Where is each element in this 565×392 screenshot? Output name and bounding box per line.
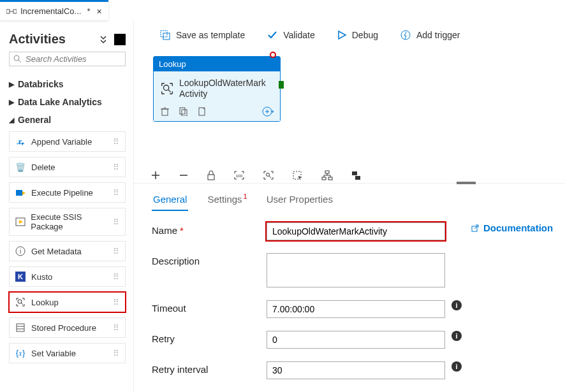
svg-line-14 bbox=[21, 303, 23, 305]
collapse-icon[interactable] bbox=[99, 35, 108, 44]
tree-data-lake-analytics[interactable]: ▶ Data Lake Analytics bbox=[9, 93, 126, 111]
zoom-in-icon[interactable] bbox=[150, 170, 161, 180]
info-icon[interactable]: i bbox=[451, 300, 462, 310]
activity-execute-pipeline[interactable]: Execute Pipeline ⠿ bbox=[9, 182, 126, 203]
retry-interval-input[interactable] bbox=[267, 361, 445, 379]
activity-get-metadata[interactable]: iGet Metadata ⠿ bbox=[9, 241, 126, 261]
tree-label: General bbox=[18, 115, 51, 125]
zoom-out-icon[interactable] bbox=[179, 170, 189, 180]
tab-user-properties[interactable]: User Properties bbox=[265, 190, 334, 211]
tab-general[interactable]: General bbox=[152, 190, 188, 211]
activity-label: Append Variable bbox=[31, 137, 92, 147]
node-port-success[interactable] bbox=[279, 81, 284, 89]
sidebar-header: Activities bbox=[9, 25, 126, 47]
name-input[interactable] bbox=[267, 222, 445, 240]
svg-point-3 bbox=[14, 55, 19, 61]
grip-icon: ⠿ bbox=[113, 349, 120, 358]
description-label: Description bbox=[152, 253, 267, 266]
activity-execute-ssis[interactable]: Execute SSIS Package ⠿ bbox=[9, 208, 126, 236]
grip-icon: ⠿ bbox=[113, 217, 120, 227]
retry-label: Retry bbox=[152, 331, 267, 344]
svg-rect-40 bbox=[293, 171, 301, 179]
info-icon[interactable]: i bbox=[451, 361, 462, 372]
description-input[interactable] bbox=[267, 253, 445, 287]
svg-point-38 bbox=[267, 173, 270, 177]
activity-label: Delete bbox=[31, 163, 55, 172]
stop-icon[interactable] bbox=[114, 34, 126, 45]
retry-input[interactable] bbox=[267, 331, 445, 349]
svg-rect-15 bbox=[17, 324, 24, 331]
button-label: Add trigger bbox=[416, 30, 460, 40]
button-label: Save as template bbox=[176, 30, 245, 40]
panel-resize-handle[interactable] bbox=[457, 182, 476, 184]
tab-label: Settings bbox=[207, 194, 242, 205]
node-type-label: Lookup bbox=[154, 57, 280, 71]
caret-right-icon: ▶ bbox=[9, 98, 14, 106]
svg-text:100: 100 bbox=[236, 174, 243, 178]
node-clone-icon[interactable] bbox=[179, 106, 188, 116]
svg-rect-49 bbox=[355, 176, 360, 180]
svg-line-23 bbox=[168, 89, 170, 92]
validate-button[interactable]: Validate bbox=[267, 29, 315, 41]
activity-append-variable[interactable]: 𝑥₊Append Variable ⠿ bbox=[9, 131, 126, 152]
tab-close-icon[interactable]: × bbox=[96, 6, 101, 17]
lookup-icon bbox=[15, 296, 26, 308]
zoom-fit-icon[interactable] bbox=[263, 170, 274, 180]
activity-label: Lookup bbox=[31, 298, 59, 307]
tab-title: IncrementalCo... bbox=[20, 6, 81, 16]
activity-lookup[interactable]: Lookup ⠿ bbox=[9, 292, 126, 312]
activity-set-variable[interactable]: {𝑥}Set Variable ⠿ bbox=[9, 343, 126, 363]
debug-button[interactable]: Debug bbox=[337, 30, 378, 40]
tab-label: General bbox=[153, 194, 187, 205]
tree-databricks[interactable]: ▶ Databricks bbox=[9, 75, 126, 93]
lock-icon[interactable] bbox=[207, 170, 216, 180]
pipeline-canvas[interactable]: Lookup LookupOldWaterMarkActivity bbox=[134, 50, 565, 165]
svg-rect-41 bbox=[325, 171, 329, 173]
grip-icon: ⠿ bbox=[113, 188, 120, 198]
documentation-link[interactable]: Documentation bbox=[471, 222, 553, 233]
info-icon[interactable]: i bbox=[451, 331, 462, 341]
pipeline-tab[interactable]: IncrementalCo... * × bbox=[0, 0, 108, 20]
activity-label: Get Metadata bbox=[31, 247, 82, 256]
node-delete-icon[interactable] bbox=[160, 106, 170, 116]
svg-rect-28 bbox=[182, 110, 187, 116]
svg-rect-42 bbox=[322, 177, 326, 180]
search-activities[interactable] bbox=[9, 52, 126, 66]
align-icon[interactable] bbox=[351, 170, 361, 180]
svg-rect-24 bbox=[162, 109, 168, 115]
activity-delete[interactable]: 🗑️Delete ⠿ bbox=[9, 157, 126, 177]
tree-general[interactable]: ◢ General bbox=[9, 111, 126, 129]
activities-sidebar: Activities ▶ Databricks ▶ Data Lake Anal… bbox=[0, 20, 134, 392]
zoom-reset-icon[interactable]: 100 bbox=[233, 170, 245, 180]
delete-icon: 🗑️ bbox=[15, 161, 26, 173]
link-label: Documentation bbox=[483, 222, 553, 233]
properties-tabs: General Settings1 User Properties bbox=[134, 183, 565, 211]
template-icon bbox=[159, 29, 171, 41]
timeout-input[interactable] bbox=[267, 300, 445, 318]
svg-point-21 bbox=[401, 31, 410, 40]
svg-text:K: K bbox=[18, 273, 23, 280]
search-input[interactable] bbox=[26, 54, 121, 64]
svg-rect-19 bbox=[163, 33, 170, 40]
tab-settings[interactable]: Settings1 bbox=[206, 190, 247, 211]
save-as-template-button[interactable]: Save as template bbox=[159, 29, 245, 41]
activity-kusto[interactable]: KKusto ⠿ bbox=[9, 266, 126, 287]
node-port-top[interactable] bbox=[270, 52, 276, 58]
node-add-output-icon[interactable] bbox=[262, 106, 274, 117]
layout-icon[interactable] bbox=[321, 170, 333, 180]
sidebar-title: Activities bbox=[9, 32, 66, 47]
lookup-activity-node[interactable]: Lookup LookupOldWaterMarkActivity bbox=[153, 56, 281, 122]
check-icon bbox=[267, 29, 278, 41]
button-label: Debug bbox=[352, 30, 378, 40]
node-copy-icon[interactable] bbox=[197, 106, 207, 116]
activity-stored-procedure[interactable]: Stored Procedure ⠿ bbox=[9, 317, 126, 338]
svg-rect-1 bbox=[13, 10, 17, 13]
node-title: LookupOldWaterMarkActivity bbox=[179, 78, 266, 99]
select-icon[interactable] bbox=[292, 170, 304, 180]
svg-marker-8 bbox=[19, 220, 23, 224]
svg-rect-48 bbox=[352, 171, 357, 175]
append-variable-icon: 𝑥₊ bbox=[15, 136, 26, 147]
grip-icon: ⠿ bbox=[113, 298, 120, 307]
caret-right-icon: ▶ bbox=[9, 80, 14, 89]
add-trigger-button[interactable]: Add trigger bbox=[400, 29, 460, 41]
